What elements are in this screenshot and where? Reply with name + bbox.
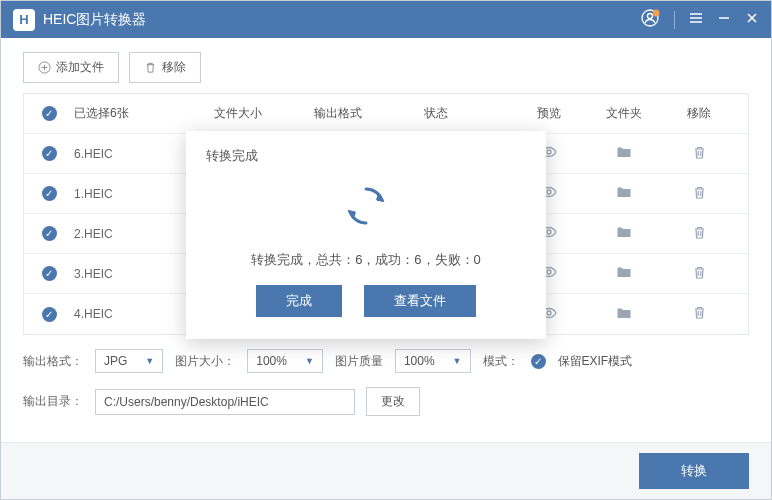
size-select[interactable]: 100%▼ [247, 349, 323, 373]
folder-icon[interactable] [584, 184, 664, 200]
row-check[interactable] [24, 186, 74, 201]
folder-icon[interactable] [584, 305, 664, 321]
header-size: 文件大小 [214, 105, 314, 122]
folder-icon[interactable] [584, 224, 664, 240]
output-label: 输出目录： [23, 393, 83, 410]
mode-label: 模式： [483, 353, 519, 370]
quality-label: 图片质量 [335, 353, 383, 370]
row-check[interactable] [24, 146, 74, 161]
row-check[interactable] [24, 307, 74, 322]
titlebar: H HEIC图片转换器 [1, 1, 771, 38]
row-check[interactable] [24, 226, 74, 241]
header-check[interactable] [24, 106, 74, 121]
header-selected: 已选择6张 [74, 105, 214, 122]
menu-icon[interactable] [689, 11, 703, 29]
view-files-button[interactable]: 查看文件 [364, 285, 476, 317]
trash-icon[interactable] [664, 185, 734, 200]
quality-value: 100% [404, 354, 435, 368]
minimize-icon[interactable] [717, 11, 731, 29]
size-label: 图片大小： [175, 353, 235, 370]
svg-point-6 [547, 230, 551, 234]
modal-message: 转换完成，总共：6，成功：6，失败：0 [206, 251, 526, 269]
completion-modal: 转换完成 转换完成，总共：6，成功：6，失败：0 完成 查看文件 [186, 131, 546, 339]
window-controls [640, 8, 759, 32]
mode-value: 保留EXIF模式 [558, 353, 633, 370]
svg-point-2 [653, 9, 660, 16]
output-path-input[interactable] [95, 389, 355, 415]
caret-icon: ▼ [453, 356, 462, 366]
modal-title: 转换完成 [206, 147, 526, 165]
plus-icon [38, 61, 51, 74]
row-check[interactable] [24, 266, 74, 281]
quality-select[interactable]: 100%▼ [395, 349, 471, 373]
format-select[interactable]: JPG▼ [95, 349, 163, 373]
trash-icon[interactable] [664, 145, 734, 160]
settings-row-2: 输出目录： 更改 [23, 387, 749, 416]
settings-panel: 输出格式： JPG▼ 图片大小： 100%▼ 图片质量 100%▼ 模式： 保留… [1, 335, 771, 442]
app-logo: H [13, 9, 35, 31]
trash-icon[interactable] [664, 225, 734, 240]
trash-icon[interactable] [664, 305, 734, 320]
folder-icon[interactable] [584, 264, 664, 280]
change-button[interactable]: 更改 [366, 387, 420, 416]
close-icon[interactable] [745, 11, 759, 29]
svg-point-7 [547, 270, 551, 274]
mode-checkbox[interactable] [531, 354, 546, 369]
footer: 转换 [1, 442, 771, 499]
format-label: 输出格式： [23, 353, 83, 370]
convert-button[interactable]: 转换 [639, 453, 749, 489]
format-value: JPG [104, 354, 127, 368]
header-preview: 预览 [514, 105, 584, 122]
header-remove: 移除 [664, 105, 734, 122]
svg-point-5 [547, 190, 551, 194]
app-title: HEIC图片转换器 [43, 11, 640, 29]
trash-icon [144, 61, 157, 74]
settings-row-1: 输出格式： JPG▼ 图片大小： 100%▼ 图片质量 100%▼ 模式： 保留… [23, 349, 749, 373]
remove-label: 移除 [162, 59, 186, 76]
folder-icon[interactable] [584, 144, 664, 160]
table-header: 已选择6张 文件大小 输出格式 状态 预览 文件夹 移除 [24, 94, 748, 134]
user-icon[interactable] [640, 8, 660, 32]
app-window: H HEIC图片转换器 添加文件 移除 已选择6张 文件大小 输出格式 状态 [0, 0, 772, 500]
add-file-label: 添加文件 [56, 59, 104, 76]
remove-button[interactable]: 移除 [129, 52, 201, 83]
caret-icon: ▼ [305, 356, 314, 366]
divider [674, 11, 675, 29]
add-file-button[interactable]: 添加文件 [23, 52, 119, 83]
svg-point-1 [648, 13, 653, 18]
content-area: 已选择6张 文件大小 输出格式 状态 预览 文件夹 移除 6.HEIC1.HEI… [1, 93, 771, 335]
caret-icon: ▼ [145, 356, 154, 366]
svg-point-4 [547, 150, 551, 154]
size-value: 100% [256, 354, 287, 368]
done-button[interactable]: 完成 [256, 285, 342, 317]
toolbar: 添加文件 移除 [1, 38, 771, 93]
trash-icon[interactable] [664, 265, 734, 280]
refresh-icon [206, 179, 526, 233]
modal-buttons: 完成 查看文件 [206, 285, 526, 317]
header-folder: 文件夹 [584, 105, 664, 122]
header-format: 输出格式 [314, 105, 424, 122]
svg-point-8 [547, 311, 551, 315]
header-status: 状态 [424, 105, 514, 122]
